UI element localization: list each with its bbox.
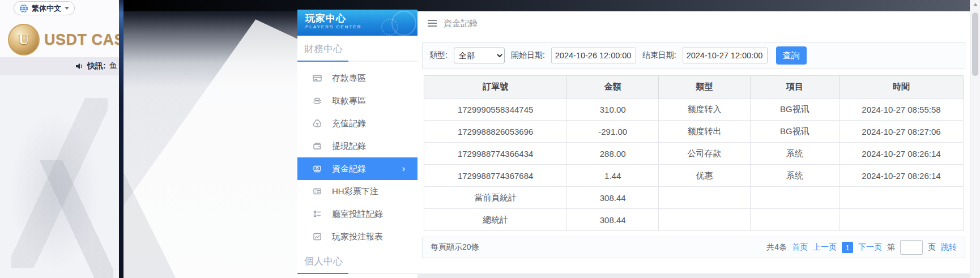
sidebar-item-label: 充值記錄 <box>332 118 366 129</box>
sidebar-item-withdrawal-wallet[interactable]: 提現記錄 <box>297 135 417 157</box>
language-selector[interactable]: 繁体中文 <box>14 1 75 15</box>
column-header: 項目 <box>750 76 839 99</box>
section-title-finance: 財務中心 <box>304 42 411 55</box>
prev-page-link[interactable]: 上一页 <box>813 242 837 253</box>
table-cell: 系统 <box>750 165 839 187</box>
brand-name: USDT CASINO <box>44 31 119 49</box>
table-cell: 當前頁統計 <box>424 187 567 209</box>
table-cell: 1.44 <box>567 165 659 187</box>
news-label: 快訊: <box>87 61 106 71</box>
table-cell: BG视讯 <box>750 121 839 143</box>
player-center-sidebar: 玩家中心 PLAYERS CENTER 財務中心 存款專區取款專區充值記錄提現記… <box>297 10 417 278</box>
sidebar-menu: 存款專區取款專區充值記錄提現記錄資金記錄›HH彩票下注廳室投註記錄玩家投注報表 <box>297 67 417 248</box>
total-count-text: 共4条 <box>766 242 787 253</box>
globe-icon <box>19 4 28 13</box>
menu-toggle-icon[interactable] <box>428 20 437 27</box>
sidebar-item-label: 玩家投注報表 <box>332 232 383 242</box>
jump-label-pre: 第 <box>887 242 895 253</box>
section-title-personal: 個人中心 <box>304 255 411 268</box>
table-cell <box>750 209 839 231</box>
news-ticker-text: 鱼 <box>109 61 117 71</box>
main-content-panel: 資金記錄 類型: 全部 開始日期: 结束日期: 查詢 訂單號金額類型項目時間 1… <box>417 11 970 273</box>
sidebar-item-recharge-moneybag[interactable]: 充值記錄 <box>297 112 417 135</box>
sidebar-item-label: 存款專區 <box>332 73 366 84</box>
scrollbar-up-arrow-icon[interactable] <box>973 3 978 6</box>
withdraw-hand-icon <box>312 96 322 106</box>
start-date-label: 開始日期: <box>511 50 545 61</box>
table-cell: 2024-10-27 08:26:14 <box>840 143 964 165</box>
table-cell: 系统 <box>750 143 839 165</box>
page-background: 繁体中文 U USDT CASINO 快訊: 鱼 玩家中心 PLAYERS CE… <box>0 0 980 278</box>
lottery-ticket-icon <box>312 186 322 196</box>
table-cell <box>750 187 839 209</box>
speaker-icon <box>75 62 84 71</box>
search-button[interactable]: 查詢 <box>776 46 807 65</box>
background-image-strip <box>123 0 297 278</box>
dark-divider-strip <box>119 0 123 278</box>
recharge-moneybag-icon <box>312 118 322 129</box>
table-cell: 公司存款 <box>659 143 751 165</box>
table-cell: 1729988774367684 <box>424 165 567 187</box>
language-label: 繁体中文 <box>32 3 61 14</box>
scrollbar-thumb[interactable] <box>972 12 978 76</box>
top-dark-band <box>123 0 970 11</box>
sidebar-item-label: 廳室投註記錄 <box>332 209 383 220</box>
sidebar-item-withdraw-hand[interactable]: 取款專區 <box>297 89 417 112</box>
funds-table: 訂單號金額類型項目時間 1729990558344745310.00额度转入BG… <box>424 75 964 231</box>
pagination-bar: 每頁顯示20條 共4条 首页 上一页 1 下一页 第 页 跳转 <box>422 237 965 258</box>
table-cell <box>840 187 964 209</box>
table-row: 1729988826053696-291.00额度转出BG视讯2024-10-2… <box>424 121 964 143</box>
section-divider <box>297 61 417 62</box>
sidebar-item-deposit-card[interactable]: 存款專區 <box>297 67 417 89</box>
end-date-input[interactable] <box>683 48 768 63</box>
chevron-right-icon: › <box>402 164 405 173</box>
table-cell: 1729988826053696 <box>424 121 567 143</box>
header-decoration-circle <box>381 19 398 36</box>
table-cell: -291.00 <box>567 121 659 143</box>
funds-table-wrap: 訂單號金額類型項目時間 1729990558344745310.00额度转入BG… <box>424 75 964 231</box>
table-row: 當前頁統計308.44 <box>424 187 964 209</box>
jump-page-input[interactable] <box>900 240 923 255</box>
page-title: 資金記錄 <box>444 18 478 29</box>
sidebar-item-label: 取款專區 <box>332 96 366 106</box>
jump-button[interactable]: 跳转 <box>941 242 957 253</box>
sidebar-item-label: HH彩票下注 <box>332 186 378 197</box>
withdrawal-wallet-icon <box>312 141 322 151</box>
table-cell: 2024-10-27 08:26:14 <box>840 165 964 187</box>
table-cell: 1729988774366434 <box>424 143 567 165</box>
sidebar-item-report-chart[interactable]: 玩家投注報表 <box>297 225 417 248</box>
type-filter-select[interactable]: 全部 <box>454 48 505 63</box>
content-topbar: 資金記錄 <box>417 11 970 35</box>
filter-bar: 類型: 全部 開始日期: 结束日期: 查詢 <box>422 42 965 69</box>
player-center-header: 玩家中心 PLAYERS CENTER <box>297 10 417 36</box>
table-header-row: 訂單號金額類型項目時間 <box>424 76 964 99</box>
table-cell: 2024-10-27 08:27:06 <box>840 121 964 143</box>
sidebar-item-funds-record[interactable]: 資金記錄› <box>297 157 417 180</box>
next-page-link[interactable]: 下一页 <box>858 242 882 253</box>
table-body: 1729990558344745310.00额度转入BG视讯2024-10-27… <box>424 99 964 231</box>
table-cell: BG视讯 <box>750 99 839 121</box>
usdt-coin-icon: U <box>8 24 40 55</box>
sidebar-item-hall-record[interactable]: 廳室投註記錄 <box>297 203 417 225</box>
column-header: 類型 <box>659 76 751 99</box>
jump-label-post: 页 <box>928 242 936 253</box>
sidebar-item-label: 提現記錄 <box>332 141 366 152</box>
chevron-down-icon <box>65 7 69 10</box>
first-page-link[interactable]: 首页 <box>792 242 808 253</box>
table-cell: 310.00 <box>567 99 659 121</box>
column-header: 時間 <box>840 76 964 99</box>
hall-record-icon <box>312 209 322 219</box>
scrollbar[interactable] <box>970 0 980 278</box>
table-cell: 308.44 <box>567 209 659 231</box>
table-row: 1729988774366434288.00公司存款系统2024-10-27 0… <box>424 143 964 165</box>
end-date-label: 结束日期: <box>642 50 676 61</box>
table-cell <box>659 209 751 231</box>
column-header: 金額 <box>567 76 659 99</box>
table-row: 1729990558344745310.00额度转入BG视讯2024-10-27… <box>424 99 964 121</box>
site-header-left-area: 繁体中文 U USDT CASINO 快訊: 鱼 <box>0 0 119 278</box>
start-date-input[interactable] <box>551 48 636 63</box>
table-cell: 额度转入 <box>659 99 751 121</box>
current-page-badge: 1 <box>842 242 853 253</box>
table-cell <box>840 209 964 231</box>
sidebar-item-lottery-ticket[interactable]: HH彩票下注 <box>297 180 417 203</box>
